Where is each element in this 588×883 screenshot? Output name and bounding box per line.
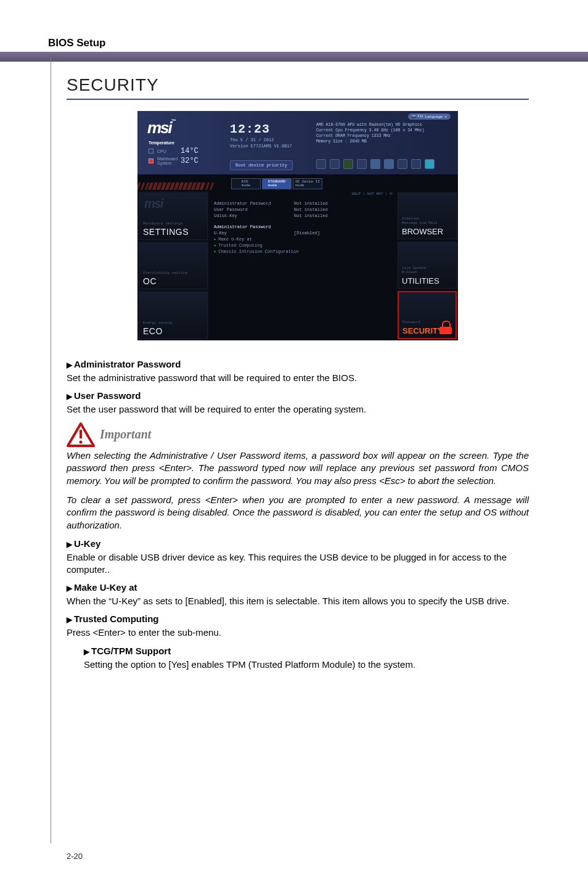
- desc-user-password: Set the user password that will be requi…: [67, 403, 529, 416]
- bios-date: Thu 5 / 31 / 2012: [230, 138, 292, 142]
- svg-rect-1: [80, 430, 82, 438]
- desc-trusted-computing: Press <Enter> to enter the sub-menu.: [67, 626, 529, 639]
- bios-screenshot: msi™ Temperature CPU 14°C Mainboard Syst…: [137, 111, 458, 340]
- section-header: BIOS Setup: [0, 37, 588, 49]
- menu-chassis-intrusion[interactable]: ▸Chassis Intrusion Configuration: [214, 249, 391, 254]
- help-hotkey[interactable]: HELP | HOT KEY | ⟳: [352, 191, 393, 196]
- page-number: 2-20: [67, 852, 83, 861]
- browser-nav[interactable]: Internet Message and Mail BROWSER: [398, 192, 457, 239]
- page-title: SECURITY: [67, 75, 529, 100]
- table-row: User PasswordNot installed: [214, 207, 391, 212]
- item-u-key: ▶U-Key: [67, 538, 529, 549]
- important-para-1: When selecting the Administrative / User…: [67, 450, 529, 488]
- item-trusted-computing: ▶Trusted Computing: [67, 614, 529, 624]
- table-row: Administrator PasswordNot installed: [214, 201, 391, 206]
- oc-genie-mode-tab[interactable]: OC Genie II mode: [293, 178, 322, 189]
- language-button[interactable]: 📷F12Language×: [408, 113, 451, 120]
- left-rule: [51, 58, 51, 844]
- item-user-password: ▶User Password: [67, 390, 529, 401]
- menu-admin-password[interactable]: Administrator Password: [214, 224, 391, 229]
- item-tcg-tpm: ▶TCG/TPM Support: [84, 646, 529, 656]
- bios-version: Version E7721AMS V1.0B17: [230, 144, 292, 149]
- sys-temp: 32°C: [181, 157, 198, 165]
- svg-point-2: [80, 440, 83, 443]
- desc-admin-password: Set the administrative password that wil…: [67, 372, 529, 384]
- warning-icon: [67, 422, 95, 447]
- bios-clock: 12:23: [230, 122, 292, 136]
- desc-make-u-key: When the “U-Key” as sets to [Enabled], t…: [67, 595, 529, 607]
- menu-u-key[interactable]: U-Key[Disabled]: [214, 231, 391, 236]
- boot-device-icons: [316, 159, 435, 169]
- header-bar: [0, 52, 588, 62]
- msi-logo: msi™: [147, 118, 176, 138]
- table-row: Udisk-KeyNot installed: [214, 213, 391, 218]
- cpu-label: CPU: [157, 149, 177, 154]
- sys-chip-icon: [149, 158, 153, 163]
- settings-nav[interactable]: msi Mainboard settings SETTINGS: [139, 192, 208, 240]
- cpu-temp: 14°C: [181, 147, 198, 155]
- desc-u-key: Enable or disable USB driver device as k…: [67, 551, 529, 577]
- item-make-u-key: ▶Make U-Key at: [67, 582, 529, 593]
- sys-label: Mainboard System: [157, 157, 177, 165]
- important-label: Important: [100, 427, 151, 442]
- utilities-nav[interactable]: Live Update M-Flash UTILITIES: [398, 242, 457, 289]
- temperature-label: Temperature: [149, 141, 198, 145]
- menu-trusted-computing[interactable]: ▸Trusted Computing: [214, 243, 391, 248]
- important-para-2: To clear a set password, press <Enter> w…: [67, 494, 529, 532]
- eco-nav[interactable]: Energy saving ECO: [139, 292, 208, 339]
- eco-mode-tab[interactable]: ECO mode: [231, 178, 261, 189]
- system-info: AMD A10-5700 APU with Radeon(tm) HD Grap…: [316, 122, 451, 144]
- lock-icon: [439, 321, 452, 334]
- cpu-chip-icon: [149, 149, 153, 154]
- desc-tcg-tpm: Setting the option to [Yes] enables TPM …: [84, 659, 529, 671]
- standard-mode-tab[interactable]: STANDARD mode: [262, 178, 292, 189]
- menu-make-u-key[interactable]: ▸Make U-Key at: [214, 237, 391, 242]
- security-nav[interactable]: Password SECURITY: [398, 291, 457, 339]
- item-admin-password: ▶Administrator Password: [67, 359, 529, 369]
- boot-device-priority-button[interactable]: Boot device priority: [230, 160, 293, 170]
- oc-nav[interactable]: Overclocking setting OC: [139, 242, 208, 290]
